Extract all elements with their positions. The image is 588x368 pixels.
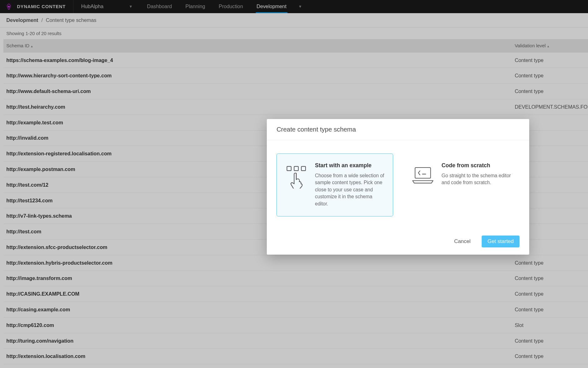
option-desc: Choose from a wide selection of sample c… (315, 172, 386, 208)
svg-rect-6 (302, 166, 306, 171)
option-code-scratch[interactable]: Code from scratch Go straight to the sch… (403, 153, 520, 216)
modal-overlay[interactable]: Create content type schema Start with an… (0, 0, 588, 368)
svg-rect-7 (415, 168, 431, 178)
option-start-example[interactable]: Start with an example Choose from a wide… (276, 153, 393, 216)
option-title: Code from scratch (442, 162, 513, 169)
get-started-button[interactable]: Get started (482, 236, 520, 248)
modal-body: Start with an example Choose from a wide… (267, 140, 529, 231)
option-content: Code from scratch Go straight to the sch… (442, 162, 513, 208)
option-content: Start with an example Choose from a wide… (315, 162, 386, 208)
svg-rect-5 (294, 166, 299, 171)
cancel-button[interactable]: Cancel (450, 236, 475, 247)
option-desc: Go straight to the schema editor and cod… (442, 172, 513, 186)
svg-rect-4 (287, 166, 291, 171)
create-schema-modal: Create content type schema Start with an… (267, 119, 529, 255)
hand-select-icon (285, 162, 308, 208)
laptop-code-icon (411, 162, 435, 208)
option-title: Start with an example (315, 162, 386, 169)
modal-title: Create content type schema (267, 119, 529, 140)
modal-footer: Cancel Get started (267, 230, 529, 255)
